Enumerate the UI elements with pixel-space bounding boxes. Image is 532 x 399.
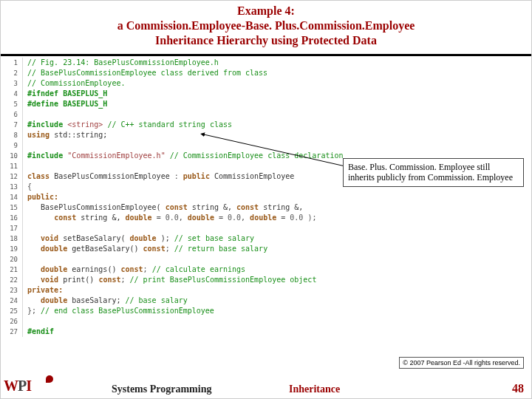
- line-number: 18: [7, 233, 23, 244]
- line-number: 15: [7, 202, 23, 213]
- code-line: 15 BasePlusCommissionEmployee( const str…: [7, 202, 525, 213]
- code-line: 18 void setBaseSalary( double ); // set …: [7, 233, 525, 244]
- title-line-1: Example 4:: [1, 4, 531, 18]
- line-number: 1: [7, 58, 23, 68]
- code-line: 3// CommissionEmployee.: [7, 78, 525, 89]
- code-listing: 1// Fig. 23.14: BasePlusCommissionEmploy…: [1, 56, 531, 337]
- annotation-box: Base. Plus. Commission. Employee still i…: [343, 158, 524, 187]
- footer-text-2: Inheritance: [289, 383, 340, 395]
- code-text: }; // end class BasePlusCommissionEmploy…: [23, 306, 214, 316]
- code-text: const string &, double = 0.0, double = 0…: [23, 213, 316, 223]
- line-number: 13: [7, 182, 23, 192]
- line-number: 20: [7, 254, 23, 265]
- code-text: private:: [23, 285, 63, 296]
- code-text: public:: [23, 192, 58, 202]
- code-line: 27#endif: [7, 327, 525, 337]
- code-line: 5#define BASEPLUS_H: [7, 99, 525, 109]
- code-line: 25}; // end class BasePlusCommissionEmpl…: [7, 306, 525, 316]
- code-text: [23, 223, 27, 233]
- code-line: 19 double getBaseSalary() const; // retu…: [7, 244, 525, 254]
- code-text: using std::string;: [23, 130, 107, 140]
- page-number: 48: [512, 382, 524, 395]
- annotation-text: Base. Plus. Commission. Employee still i…: [348, 162, 513, 183]
- line-number: 12: [7, 171, 23, 182]
- line-number: 25: [7, 306, 23, 316]
- line-number: 7: [7, 120, 23, 130]
- code-text: #define BASEPLUS_H: [23, 99, 107, 109]
- line-number: 17: [7, 223, 23, 233]
- code-text: double getBaseSalary() const; // return …: [23, 244, 267, 254]
- code-line: 26: [7, 316, 525, 327]
- code-line: 7#include <string> // C++ standard strin…: [7, 120, 525, 130]
- code-line: 17: [7, 223, 525, 233]
- code-text: #ifndef BASEPLUS_H: [23, 89, 107, 99]
- slide-footer: WPI Systems Programming Inheritance 48: [1, 378, 531, 398]
- code-text: [23, 254, 27, 265]
- line-number: 8: [7, 130, 23, 140]
- line-number: 24: [7, 296, 23, 306]
- line-number: 5: [7, 99, 23, 109]
- code-line: 9: [7, 140, 525, 151]
- footer-text-1: Systems Programming: [112, 383, 211, 395]
- title-line-3: Inheritance Hierarchy using Protected Da…: [1, 33, 531, 48]
- code-text: // CommissionEmployee.: [23, 78, 125, 89]
- line-number: 21: [7, 265, 23, 275]
- code-line: 8using std::string;: [7, 130, 525, 140]
- code-line: 21 double earnings() const; // calculate…: [7, 265, 525, 275]
- line-number: 19: [7, 244, 23, 254]
- code-line: 22 void print() const; // print BasePlus…: [7, 275, 525, 285]
- copyright-label: © 2007 Pearson Ed -All rights reserved.: [399, 357, 524, 369]
- code-text: #include <string> // C++ standard string…: [23, 120, 232, 130]
- line-number: 9: [7, 140, 23, 151]
- code-text: // Fig. 23.14: BasePlusCommissionEmploye…: [23, 58, 219, 68]
- code-text: double baseSalary; // base salary: [23, 296, 188, 306]
- code-line: 2// BasePlusCommissionEmployee class der…: [7, 68, 525, 78]
- code-text: #include "CommissionEmployee.h" // Commi…: [23, 151, 344, 161]
- line-number: 26: [7, 316, 23, 327]
- line-number: 6: [7, 109, 23, 120]
- code-text: // BasePlusCommissionEmployee class deri…: [23, 68, 267, 78]
- code-line: 20: [7, 254, 525, 265]
- line-number: 4: [7, 89, 23, 99]
- code-text: #endif: [23, 327, 54, 337]
- title-line-2: a Commission.Employee-Base. Plus.Commiss…: [1, 18, 531, 33]
- line-number: 27: [7, 327, 23, 337]
- line-number: 11: [7, 161, 23, 171]
- code-line: 24 double baseSalary; // base salary: [7, 296, 525, 306]
- code-text: [23, 140, 27, 151]
- code-line: 4#ifndef BASEPLUS_H: [7, 89, 525, 99]
- code-text: [23, 316, 27, 327]
- code-text: void setBaseSalary( double ); // set bas…: [23, 233, 254, 244]
- code-line: 6: [7, 109, 525, 120]
- code-text: void print() const; // print BasePlusCom…: [23, 275, 316, 285]
- code-line: 14public:: [7, 192, 525, 202]
- line-number: 3: [7, 78, 23, 89]
- line-number: 23: [7, 285, 23, 296]
- line-number: 22: [7, 275, 23, 285]
- code-text: [23, 109, 27, 120]
- code-text: BasePlusCommissionEmployee( const string…: [23, 202, 303, 213]
- code-text: double earnings() const; // calculate ea…: [23, 265, 245, 275]
- code-text: [23, 161, 27, 171]
- code-text: class BasePlusCommissionEmployee : publi…: [23, 171, 294, 182]
- code-text: {: [23, 182, 32, 192]
- line-number: 14: [7, 192, 23, 202]
- line-number: 16: [7, 213, 23, 223]
- code-line: 1// Fig. 23.14: BasePlusCommissionEmploy…: [7, 58, 525, 68]
- code-line: 16 const string &, double = 0.0, double …: [7, 213, 525, 223]
- line-number: 10: [7, 151, 23, 161]
- line-number: 2: [7, 68, 23, 78]
- wpi-logo: WPI: [4, 378, 48, 397]
- code-line: 23private:: [7, 285, 525, 296]
- slide-title: Example 4: a Commission.Employee-Base. P…: [1, 1, 531, 56]
